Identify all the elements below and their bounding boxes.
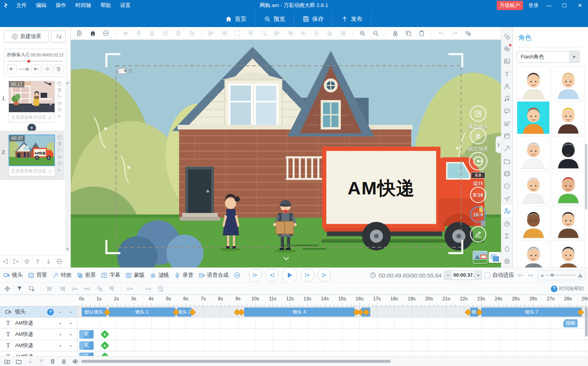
menu-edit[interactable]: 编辑: [31, 2, 51, 9]
zoom-in-icon[interactable]: [359, 30, 366, 37]
ratio-16-9-button[interactable]: 16:9: [470, 206, 486, 223]
ruler-icon[interactable]: [76, 30, 83, 37]
scene-move-down-button[interactable]: [43, 255, 54, 267]
scene-favorite-button[interactable]: [22, 255, 32, 267]
folder-tool-icon[interactable]: [501, 155, 513, 167]
scene-duration-field[interactable]: 00:00:37.7: [452, 271, 474, 280]
align-center-icon[interactable]: [287, 30, 294, 37]
record-tab[interactable]: 录音: [174, 272, 193, 279]
stage-canvas[interactable]: AM快递: [71, 40, 501, 267]
scroll-down-icon[interactable]: ▼: [66, 247, 69, 251]
layer-preview-thumb[interactable]: [489, 252, 501, 263]
camera-track-area[interactable]: 默认镜头镜头 1镜头 2镜头 4镜镜头 7: [77, 306, 588, 317]
image-tool-icon[interactable]: [501, 55, 513, 68]
locate-playhead-icon[interactable]: [4, 285, 11, 292]
menu-help[interactable]: 帮助: [96, 2, 116, 9]
media-more-button[interactable]: [234, 272, 241, 279]
scene-thumbnail-selected[interactable]: AM快递 00:37: [9, 134, 55, 166]
scene-copy-icon[interactable]: [57, 134, 62, 140]
duration-increase-button[interactable]: +: [474, 271, 482, 280]
delete-track-icon[interactable]: [50, 358, 56, 364]
scene-export-icon[interactable]: [57, 94, 62, 99]
gallery-tool-icon[interactable]: [501, 130, 513, 142]
align-dashed-icon[interactable]: [260, 30, 267, 37]
redo-icon[interactable]: [451, 30, 458, 37]
volume-down-button[interactable]: [7, 65, 17, 73]
character-tool-icon[interactable]: [501, 80, 513, 92]
text-track-header[interactable]: TAM快递: [0, 340, 77, 351]
lock-canvas-icon[interactable]: [392, 30, 399, 37]
deselect-icon[interactable]: [28, 285, 35, 292]
draw-mode-button[interactable]: [470, 226, 486, 242]
track-toggle-dot[interactable]: [60, 334, 61, 335]
collapse-canvas-chevron[interactable]: [280, 255, 293, 262]
play-selection-button[interactable]: [318, 269, 331, 282]
decoration-tool-icon[interactable]: [501, 117, 513, 130]
maximize-button[interactable]: ☐: [559, 2, 569, 9]
menu-file[interactable]: 文件: [12, 2, 31, 9]
track-toggle-dot[interactable]: [60, 345, 61, 347]
shift-left-icon[interactable]: [126, 285, 133, 292]
menu-action[interactable]: 操作: [51, 2, 71, 9]
fit-ratio-icon[interactable]: [526, 272, 534, 278]
home-button[interactable]: 首页: [217, 11, 255, 27]
align-left-icon[interactable]: [273, 30, 280, 37]
align-playhead-icon[interactable]: [71, 285, 78, 292]
scroll-up-icon[interactable]: ▲: [66, 81, 69, 85]
formula-tool-icon[interactable]: [501, 230, 513, 242]
duration-decrease-button[interactable]: −: [444, 271, 452, 280]
volume-slider[interactable]: [18, 69, 30, 70]
track-toggle-dot[interactable]: [70, 312, 72, 313]
lock-element-icon[interactable]: [149, 30, 156, 37]
align-prev-icon[interactable]: [84, 285, 91, 292]
align-v-bottom-icon[interactable]: [326, 30, 333, 37]
speech-bubble-tool-icon[interactable]: [501, 105, 513, 117]
lock-scene-button[interactable]: [470, 128, 486, 144]
reset-camera-button[interactable]: [470, 106, 486, 122]
scene-item-1[interactable]: 1: [0, 80, 65, 123]
timeline-zoom-slider[interactable]: [538, 270, 586, 280]
zoom-slider-thumb[interactable]: [550, 273, 554, 277]
ratio-9-16-button[interactable]: 9:16: [470, 187, 486, 203]
flip-horizontal-icon[interactable]: [122, 30, 129, 37]
align-v-top-icon[interactable]: [313, 30, 320, 37]
align-end-icon[interactable]: [59, 285, 66, 292]
scene-thumbnail[interactable]: 00:17: [9, 81, 55, 112]
group-icon[interactable]: [15, 358, 22, 365]
collapse-panel-handle[interactable]: ❯: [496, 136, 501, 153]
paste-icon[interactable]: [418, 30, 425, 37]
character-thumb[interactable]: [552, 66, 585, 99]
flip-vertical-icon[interactable]: [135, 30, 142, 37]
text-tool-icon[interactable]: T: [501, 68, 513, 80]
music-delete-button[interactable]: [54, 65, 63, 73]
home-view-icon[interactable]: [89, 30, 96, 37]
copy-icon[interactable]: [405, 30, 412, 37]
auto-fit-checkbox[interactable]: [484, 272, 490, 278]
scene-move-up-button[interactable]: [32, 255, 43, 267]
character-thumb[interactable]: [552, 240, 585, 267]
zoom-out-icon[interactable]: [372, 30, 379, 37]
camera-tab[interactable]: 镜头: [3, 272, 23, 279]
align-expand-icon[interactable]: [234, 30, 241, 37]
chevron-down-icon[interactable]: ▼: [569, 51, 579, 62]
shift-right-icon[interactable]: [145, 285, 152, 292]
exit-effect-badge[interactable]: 模糊: [563, 319, 578, 327]
timeline-help[interactable]: ? 时间轴帮助: [551, 283, 584, 295]
character-thumb[interactable]: [517, 206, 550, 238]
character-thumb[interactable]: [517, 66, 550, 99]
text-track-area[interactable]: 模糊: [77, 318, 588, 329]
history-icon[interactable]: [464, 30, 471, 37]
add-to-group-icon[interactable]: [4, 358, 10, 365]
archive-tool-icon[interactable]: [501, 255, 513, 267]
timeline-ruler[interactable]: 0s1s2s3s4s5s6s7s8s9s10s11s12s13s14s15s16…: [0, 295, 588, 306]
character-thumb[interactable]: [552, 206, 585, 238]
assets-scrollbar[interactable]: [585, 66, 587, 264]
scene-favorite-icon[interactable]: [57, 161, 62, 166]
stretch-end-icon[interactable]: [96, 285, 103, 292]
music-settings-button[interactable]: [43, 65, 52, 73]
video-tool-icon[interactable]: [501, 167, 513, 180]
layer-up-icon[interactable]: [38, 358, 44, 364]
music-progress-bar[interactable]: [8, 61, 63, 61]
text-track-area[interactable]: 无+: [77, 329, 588, 340]
fit-timeline-icon[interactable]: [516, 272, 524, 278]
